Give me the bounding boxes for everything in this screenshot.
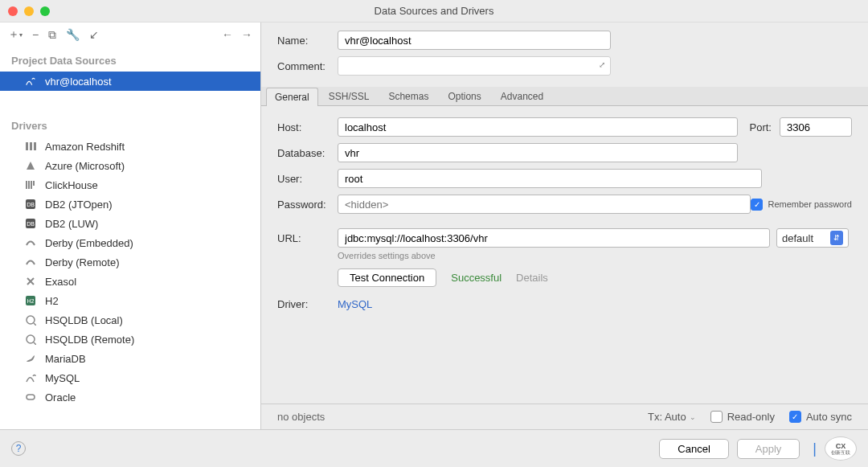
driver-label: ClickHouse <box>45 179 98 191</box>
driver-icon: H2 <box>24 295 37 306</box>
readonly-checkbox[interactable] <box>710 411 723 423</box>
driver-icon <box>24 276 37 287</box>
help-icon[interactable]: ? <box>11 441 26 456</box>
driver-label: Derby (Embedded) <box>45 237 133 249</box>
driver-icon <box>24 372 37 383</box>
driver-label: HSQLDB (Local) <box>45 314 123 326</box>
driver-icon <box>24 179 37 190</box>
remove-icon[interactable]: − <box>32 28 39 41</box>
test-details-link[interactable]: Details <box>516 272 548 284</box>
driver-item[interactable]: MariaDB <box>0 349 260 368</box>
driver-item[interactable]: MySQL <box>0 368 260 387</box>
driver-label: Azure (Microsoft) <box>45 160 125 172</box>
driver-item[interactable]: H2H2 <box>0 291 260 310</box>
expand-icon[interactable]: ⤢ <box>599 60 605 69</box>
maximize-icon[interactable] <box>40 6 50 16</box>
tab-advanced[interactable]: Advanced <box>492 87 552 105</box>
tab-ssh-ssl[interactable]: SSH/SSL <box>320 87 379 105</box>
port-input[interactable] <box>780 117 852 137</box>
back-icon[interactable]: ← <box>222 28 233 41</box>
window-controls <box>8 6 50 16</box>
svg-point-15 <box>27 335 35 343</box>
driver-icon <box>24 314 37 326</box>
driver-label: HSQLDB (Remote) <box>45 334 134 346</box>
database-input[interactable] <box>338 143 738 162</box>
forward-icon[interactable]: → <box>241 28 252 41</box>
data-source-label: vhr@localhost <box>45 76 112 88</box>
name-label: Name: <box>277 35 338 47</box>
tab-options[interactable]: Options <box>439 87 489 105</box>
driver-item[interactable]: Amazon Redshift <box>0 137 260 156</box>
svg-text:DB: DB <box>27 221 35 227</box>
chevron-updown-icon: ⇵ <box>830 231 843 245</box>
apply-button[interactable]: Apply <box>737 439 800 459</box>
add-icon[interactable]: ＋▾ <box>8 27 23 42</box>
driver-label: MySQL <box>45 372 80 384</box>
driver-item[interactable]: DBDB2 (LUW) <box>0 214 260 233</box>
driver-item[interactable]: Derby (Remote) <box>0 252 260 272</box>
svg-rect-4 <box>28 181 30 189</box>
driver-item[interactable]: Oracle <box>0 387 260 407</box>
svg-rect-2 <box>34 142 36 150</box>
driver-label: Derby (Remote) <box>45 256 119 268</box>
revert-icon[interactable]: ↙ <box>89 28 99 41</box>
name-input[interactable] <box>338 31 611 50</box>
driver-item[interactable]: Azure (Microsoft) <box>0 156 260 175</box>
tabs: General SSH/SSL Schemas Options Advanced <box>261 87 868 106</box>
brand-logo: CX 创新互联 <box>825 436 857 461</box>
tab-general[interactable]: General <box>266 88 318 106</box>
sidebar: ＋▾ − ⧉ 🔧 ↙ ← → Project Data Sources vhr@… <box>0 23 261 429</box>
driver-label: MariaDB <box>45 353 86 365</box>
driver-icon <box>24 141 37 152</box>
driver-link[interactable]: MySQL <box>338 298 372 310</box>
driver-icon <box>24 334 37 345</box>
driver-icon <box>24 160 37 171</box>
driver-icon <box>24 391 37 403</box>
driver-item[interactable]: HSQLDB (Local) <box>0 310 260 330</box>
cancel-button[interactable]: Cancel <box>659 439 728 459</box>
sources-header: Project Data Sources <box>0 47 260 72</box>
driver-icon <box>24 237 37 248</box>
svg-rect-0 <box>26 142 28 150</box>
test-connection-button[interactable]: Test Connection <box>338 268 436 287</box>
comment-input[interactable]: ⤢ <box>338 56 611 76</box>
copy-icon[interactable]: ⧉ <box>48 28 56 42</box>
mysql-icon <box>24 76 37 87</box>
minimize-icon[interactable] <box>24 6 34 16</box>
chevron-down-icon: ⌄ <box>690 413 696 421</box>
url-input[interactable] <box>338 228 770 248</box>
user-input[interactable] <box>338 169 762 188</box>
url-mode-select[interactable]: default ⇵ <box>776 228 849 248</box>
database-label: Database: <box>277 147 338 159</box>
driver-icon <box>24 353 37 364</box>
settings-icon[interactable]: 🔧 <box>66 28 80 41</box>
host-input[interactable] <box>338 117 738 137</box>
driver-label: DB2 (JTOpen) <box>45 199 113 211</box>
driver-label: H2 <box>45 295 59 307</box>
tx-mode[interactable]: Tx: Auto ⌄ <box>648 411 696 423</box>
driver-icon: DB <box>24 199 37 210</box>
driver-item[interactable]: Exasol <box>0 272 260 291</box>
drivers-header: Drivers <box>0 112 260 137</box>
data-source-item[interactable]: vhr@localhost <box>0 72 260 91</box>
test-status: Successful <box>451 272 502 284</box>
close-icon[interactable] <box>8 6 18 16</box>
svg-rect-17 <box>27 395 35 399</box>
url-mode-value: default <box>782 232 813 244</box>
driver-item[interactable]: Derby (Embedded) <box>0 233 260 252</box>
svg-text:DB: DB <box>27 202 35 207</box>
titlebar: Data Sources and Drivers <box>0 0 868 23</box>
svg-line-14 <box>34 323 36 326</box>
driver-item[interactable]: DBDB2 (JTOpen) <box>0 195 260 214</box>
driver-item[interactable]: ClickHouse <box>0 175 260 195</box>
user-label: User: <box>277 173 338 185</box>
remember-password-checkbox[interactable]: ✓ <box>751 199 763 211</box>
driver-item[interactable]: HSQLDB (Remote) <box>0 330 260 349</box>
password-input[interactable] <box>338 195 751 214</box>
password-label: Password: <box>277 199 338 211</box>
driver-label: Oracle <box>45 391 76 404</box>
autosync-checkbox[interactable]: ✓ <box>789 411 801 423</box>
tab-schemas[interactable]: Schemas <box>379 87 437 105</box>
divider-icon: | <box>813 440 817 457</box>
driver-label: Exasol <box>45 276 76 288</box>
